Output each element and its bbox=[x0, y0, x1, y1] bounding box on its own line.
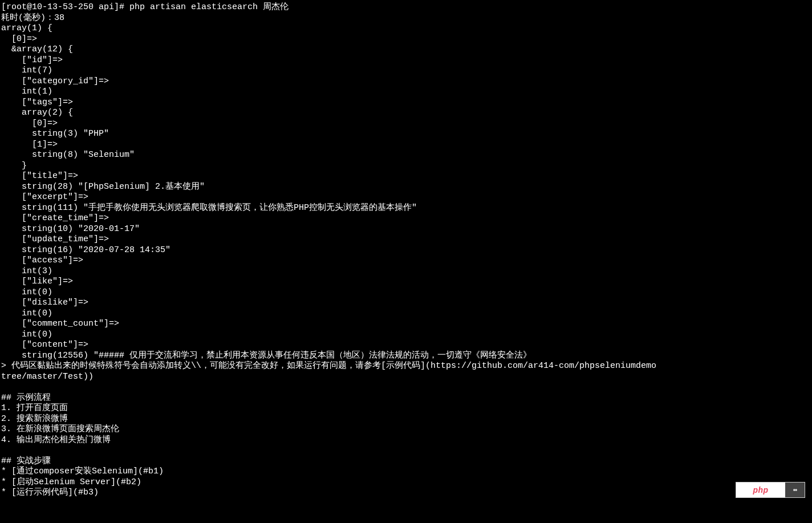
php-badge-suffix: •• bbox=[785, 483, 805, 497]
terminal-line: string(12556) "##### 仅用于交流和学习，禁止利用本资源从事任… bbox=[1, 351, 811, 362]
terminal-line: 1. 打开百度页面 bbox=[1, 403, 811, 414]
terminal-line: ["dislike"]=> bbox=[1, 298, 811, 309]
terminal-line: 4. 输出周杰伦相关热门微博 bbox=[1, 435, 811, 446]
terminal-line: [1]=> bbox=[1, 140, 811, 151]
terminal-line: ["title"]=> bbox=[1, 171, 811, 182]
terminal-line: ["excerpt"]=> bbox=[1, 192, 811, 203]
php-badge-text: php bbox=[736, 483, 785, 497]
terminal-line: array(2) { bbox=[1, 108, 811, 119]
terminal-line: string(8) "Selenium" bbox=[1, 150, 811, 161]
terminal-line bbox=[1, 445, 811, 456]
terminal-line: ## 示例流程 bbox=[1, 393, 811, 404]
terminal-line: int(7) bbox=[1, 66, 811, 76]
terminal-line: ["tags"]=> bbox=[1, 98, 811, 108]
terminal-line: int(3) bbox=[1, 266, 811, 277]
terminal-line: ["category_id"]=> bbox=[1, 76, 811, 87]
terminal-output[interactable]: [root@10-13-53-250 api]# php artisan ela… bbox=[0, 0, 812, 501]
terminal-line: 2. 搜索新浪微博 bbox=[1, 414, 811, 425]
terminal-line: int(1) bbox=[1, 87, 811, 98]
terminal-line: ## 实战步骤 bbox=[1, 456, 811, 467]
terminal-line: ["content"]=> bbox=[1, 340, 811, 351]
terminal-line: ["access"]=> bbox=[1, 256, 811, 266]
terminal-line: 耗时(毫秒)：38 bbox=[1, 13, 811, 24]
terminal-line: ["id"]=> bbox=[1, 55, 811, 66]
terminal-line: ["like"]=> bbox=[1, 277, 811, 287]
terminal-line: array(1) { bbox=[1, 23, 811, 34]
terminal-line: * [通过composer安装Selenium](#b1) bbox=[1, 467, 811, 477]
terminal-line: string(10) "2020-01-17" bbox=[1, 224, 811, 235]
terminal-line: ["update_time"]=> bbox=[1, 234, 811, 245]
terminal-line: int(0) bbox=[1, 287, 811, 298]
terminal-line: string(111) "手把手教你使用无头浏览器爬取微博搜索页，让你熟悉PHP… bbox=[1, 203, 811, 214]
php-badge: php •• bbox=[736, 482, 805, 498]
terminal-line: [0]=> bbox=[1, 34, 811, 45]
terminal-line: tree/master/Test)) bbox=[1, 372, 811, 383]
terminal-line: &array(12) { bbox=[1, 44, 811, 55]
terminal-line: > 代码区黏贴出来的时候特殊符号会自动添加转义\\，可能没有完全改好，如果运行有… bbox=[1, 361, 811, 372]
terminal-line: [0]=> bbox=[1, 119, 811, 129]
terminal-line: int(0) bbox=[1, 330, 811, 340]
terminal-line: } bbox=[1, 161, 811, 172]
terminal-line: * [启动Selenium Server](#b2) bbox=[1, 477, 811, 488]
terminal-line: string(16) "2020-07-28 14:35" bbox=[1, 245, 811, 256]
terminal-line: 3. 在新浪微博页面搜索周杰伦 bbox=[1, 424, 811, 435]
terminal-line: [root@10-13-53-250 api]# php artisan ela… bbox=[1, 2, 811, 13]
terminal-line: string(3) "PHP" bbox=[1, 129, 811, 140]
terminal-line: * [运行示例代码](#b3) bbox=[1, 488, 811, 498]
terminal-line: int(0) bbox=[1, 309, 811, 319]
terminal-line bbox=[1, 382, 811, 393]
terminal-line: ["comment_count"]=> bbox=[1, 319, 811, 330]
terminal-line: string(28) "[PhpSelenium] 2.基本使用" bbox=[1, 182, 811, 193]
terminal-line: ["create_time"]=> bbox=[1, 213, 811, 224]
